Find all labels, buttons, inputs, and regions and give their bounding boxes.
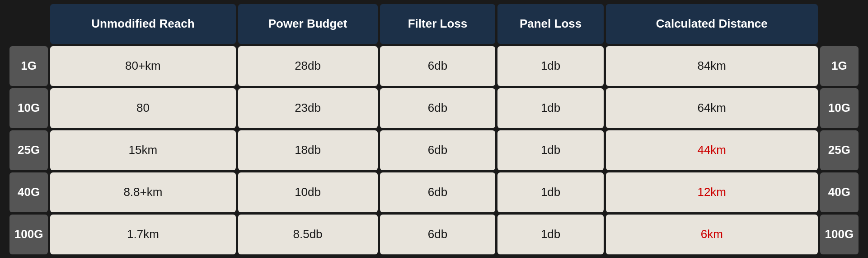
row-label-right-10G: 10G (820, 88, 859, 128)
header-power-budget: Power Budget (238, 4, 378, 44)
cell-unmodified-reach-40G: 8.8+km (50, 172, 235, 212)
cell-filter-loss-40G: 6db (380, 172, 496, 212)
header-empty-right (820, 4, 859, 44)
row-label-right-1G: 1G (820, 46, 859, 86)
cell-panel-loss-40G: 1db (497, 172, 603, 212)
cell-filter-loss-10G: 6db (380, 88, 496, 128)
cell-calculated-distance-40G: 12km (606, 172, 818, 212)
row-label-right-100G: 100G (820, 215, 859, 254)
header-calculated-distance: Calculated Distance (606, 4, 818, 44)
header-unmodified-reach: Unmodified Reach (50, 4, 235, 44)
header-panel-loss: Panel Loss (497, 4, 603, 44)
header-empty-left (9, 4, 48, 44)
cell-unmodified-reach-25G: 15km (50, 130, 235, 170)
row-label-left-40G: 40G (9, 172, 48, 212)
cell-power-budget-1G: 28db (238, 46, 378, 86)
table-row: 100G1.7km8.5db6db1db6km100G (9, 215, 859, 254)
cell-panel-loss-10G: 1db (497, 88, 603, 128)
cell-calculated-distance-10G: 64km (606, 88, 818, 128)
row-label-right-25G: 25G (820, 130, 859, 170)
row-label-right-40G: 40G (820, 172, 859, 212)
cell-unmodified-reach-10G: 80 (50, 88, 235, 128)
cell-power-budget-100G: 8.5db (238, 215, 378, 254)
cell-filter-loss-100G: 6db (380, 215, 496, 254)
cell-calculated-distance-1G: 84km (606, 46, 818, 86)
cell-power-budget-40G: 10db (238, 172, 378, 212)
table-row: 1G80+km28db6db1db84km1G (9, 46, 859, 86)
table-row: 40G8.8+km10db6db1db12km40G (9, 172, 859, 212)
row-label-left-10G: 10G (9, 88, 48, 128)
cell-calculated-distance-100G: 6km (606, 215, 818, 254)
cell-unmodified-reach-100G: 1.7km (50, 215, 235, 254)
cell-power-budget-25G: 18db (238, 130, 378, 170)
cell-filter-loss-25G: 6db (380, 130, 496, 170)
header-filter-loss: Filter Loss (380, 4, 496, 44)
cell-panel-loss-25G: 1db (497, 130, 603, 170)
cell-calculated-distance-25G: 44km (606, 130, 818, 170)
cell-panel-loss-100G: 1db (497, 215, 603, 254)
table-row: 10G8023db6db1db64km10G (9, 88, 859, 128)
row-label-left-100G: 100G (9, 215, 48, 254)
table-row: 25G15km18db6db1db44km25G (9, 130, 859, 170)
cell-unmodified-reach-1G: 80+km (50, 46, 235, 86)
table-container: Unmodified Reach Power Budget Filter Los… (0, 0, 868, 258)
cell-panel-loss-1G: 1db (497, 46, 603, 86)
row-label-left-1G: 1G (9, 46, 48, 86)
main-table: Unmodified Reach Power Budget Filter Los… (7, 2, 861, 257)
cell-power-budget-10G: 23db (238, 88, 378, 128)
cell-filter-loss-1G: 6db (380, 46, 496, 86)
row-label-left-25G: 25G (9, 130, 48, 170)
